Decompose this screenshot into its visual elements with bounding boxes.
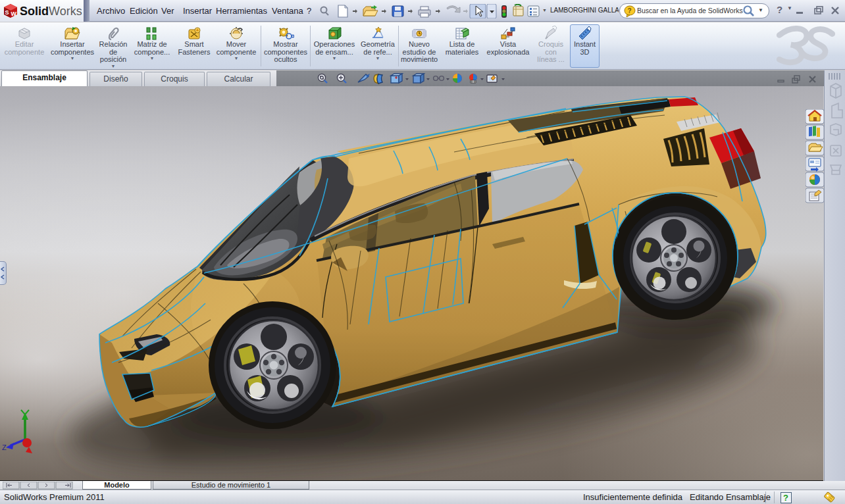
svg-text:?: ? (628, 7, 632, 14)
svg-text:S: S (5, 9, 9, 16)
svg-text:Z: Z (2, 443, 7, 451)
svg-text:W: W (11, 11, 17, 17)
svg-text:?: ? (783, 493, 788, 503)
